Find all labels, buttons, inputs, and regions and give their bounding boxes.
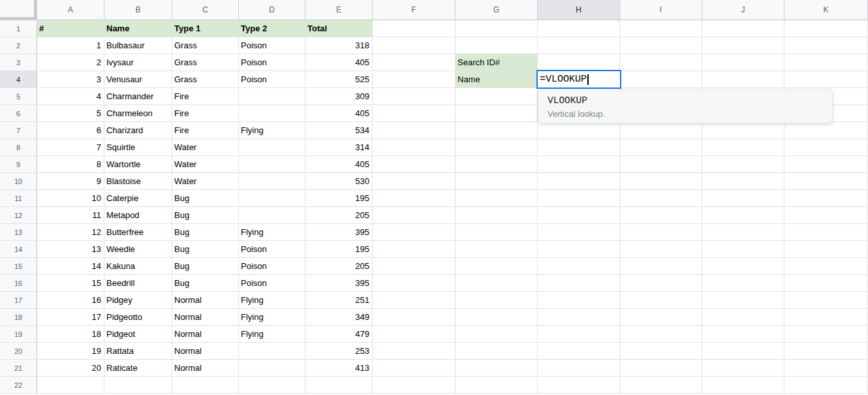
cell-E19[interactable]: 479 <box>305 326 373 343</box>
cell-A16[interactable]: 15 <box>37 275 104 292</box>
row-header-7[interactable]: 7 <box>0 122 37 139</box>
cell-J10[interactable] <box>702 173 784 190</box>
cell-J2[interactable] <box>702 37 784 54</box>
cell-F22[interactable] <box>373 377 456 394</box>
cell-I3[interactable] <box>620 54 702 71</box>
row-header-21[interactable]: 21 <box>0 360 37 377</box>
cell-A17[interactable]: 16 <box>37 292 104 309</box>
cell-A15[interactable]: 14 <box>37 258 104 275</box>
cell-G10[interactable] <box>456 173 538 190</box>
cell-J8[interactable] <box>702 139 784 156</box>
cell-C5[interactable]: Fire <box>172 88 239 105</box>
cell-A3[interactable]: 2 <box>37 54 104 71</box>
row-header-4[interactable]: 4 <box>0 71 37 88</box>
column-header-K[interactable]: K <box>784 0 868 20</box>
cell-I2[interactable] <box>620 37 702 54</box>
cell-F5[interactable] <box>373 88 456 105</box>
cell-C15[interactable]: Bug <box>172 258 239 275</box>
cell-K22[interactable] <box>784 377 868 394</box>
cell-C22[interactable] <box>172 377 239 394</box>
cell-G2[interactable] <box>456 37 538 54</box>
column-header-C[interactable]: C <box>172 0 239 20</box>
cell-J13[interactable] <box>702 224 784 241</box>
cell-A9[interactable]: 8 <box>37 156 104 173</box>
cell-B18[interactable]: Pidgeotto <box>104 309 172 326</box>
cell-E2[interactable]: 318 <box>305 37 373 54</box>
cell-K17[interactable] <box>784 292 868 309</box>
cell-G6[interactable] <box>456 105 538 122</box>
cell-H20[interactable] <box>538 343 620 360</box>
cell-I17[interactable] <box>620 292 702 309</box>
cell-G17[interactable] <box>456 292 538 309</box>
cell-J12[interactable] <box>702 207 784 224</box>
cell-B3[interactable]: Ivysaur <box>104 54 172 71</box>
cell-I14[interactable] <box>620 241 702 258</box>
cell-E11[interactable]: 195 <box>305 190 373 207</box>
cell-G19[interactable] <box>456 326 538 343</box>
cell-E22[interactable] <box>305 377 373 394</box>
cell-C19[interactable]: Normal <box>172 326 239 343</box>
cell-A13[interactable]: 12 <box>37 224 104 241</box>
cell-B16[interactable]: Beedrill <box>104 275 172 292</box>
cell-H1[interactable] <box>538 20 620 37</box>
cell-F17[interactable] <box>373 292 456 309</box>
column-header-H[interactable]: H <box>538 0 620 20</box>
cell-K20[interactable] <box>784 343 868 360</box>
cell-D4[interactable]: Poison <box>239 71 305 88</box>
cell-J7[interactable] <box>702 122 784 139</box>
cell-A11[interactable]: 10 <box>37 190 104 207</box>
row-header-8[interactable]: 8 <box>0 139 37 156</box>
cell-F10[interactable] <box>373 173 456 190</box>
row-header-11[interactable]: 11 <box>0 190 37 207</box>
cell-C6[interactable]: Fire <box>172 105 239 122</box>
cell-I19[interactable] <box>620 326 702 343</box>
cell-J22[interactable] <box>702 377 784 394</box>
column-header-A[interactable]: A <box>37 0 104 20</box>
row-header-14[interactable]: 14 <box>0 241 37 258</box>
column-header-B[interactable]: B <box>104 0 172 20</box>
cell-D18[interactable]: Flying <box>239 309 305 326</box>
cell-F7[interactable] <box>373 122 456 139</box>
cell-editor-H4[interactable]: =VLOOKUP <box>536 70 621 89</box>
cell-J15[interactable] <box>702 258 784 275</box>
cell-J19[interactable] <box>702 326 784 343</box>
cell-D11[interactable] <box>239 190 305 207</box>
cell-F20[interactable] <box>373 343 456 360</box>
cell-E14[interactable]: 195 <box>305 241 373 258</box>
cell-K15[interactable] <box>784 258 868 275</box>
cell-G7[interactable] <box>456 122 538 139</box>
cell-D10[interactable] <box>239 173 305 190</box>
cell-F6[interactable] <box>373 105 456 122</box>
cell-C13[interactable]: Bug <box>172 224 239 241</box>
cell-D17[interactable]: Flying <box>239 292 305 309</box>
cell-F21[interactable] <box>373 360 456 377</box>
cell-K19[interactable] <box>784 326 868 343</box>
cell-A12[interactable]: 11 <box>37 207 104 224</box>
cell-D12[interactable] <box>239 207 305 224</box>
row-header-13[interactable]: 13 <box>0 224 37 241</box>
cell-K18[interactable] <box>784 309 868 326</box>
cell-B9[interactable]: Wartortle <box>104 156 172 173</box>
formula-autocomplete-popup[interactable]: VLOOKUP Vertical lookup. <box>538 89 833 123</box>
cell-A21[interactable]: 20 <box>37 360 104 377</box>
cell-F18[interactable] <box>373 309 456 326</box>
cell-C18[interactable]: Normal <box>172 309 239 326</box>
cell-I4[interactable] <box>620 71 702 88</box>
cell-A7[interactable]: 6 <box>37 122 104 139</box>
cell-D9[interactable] <box>239 156 305 173</box>
cell-D8[interactable] <box>239 139 305 156</box>
cell-I8[interactable] <box>620 139 702 156</box>
cell-F8[interactable] <box>373 139 456 156</box>
cell-A20[interactable]: 19 <box>37 343 104 360</box>
cell-J3[interactable] <box>702 54 784 71</box>
row-header-17[interactable]: 17 <box>0 292 37 309</box>
cell-J11[interactable] <box>702 190 784 207</box>
cell-C14[interactable]: Bug <box>172 241 239 258</box>
cell-F16[interactable] <box>373 275 456 292</box>
autocomplete-function-name[interactable]: VLOOKUP <box>548 95 823 106</box>
cell-A8[interactable]: 7 <box>37 139 104 156</box>
cell-C12[interactable]: Bug <box>172 207 239 224</box>
cell-D21[interactable] <box>239 360 305 377</box>
cell-I9[interactable] <box>620 156 702 173</box>
cell-C8[interactable]: Water <box>172 139 239 156</box>
